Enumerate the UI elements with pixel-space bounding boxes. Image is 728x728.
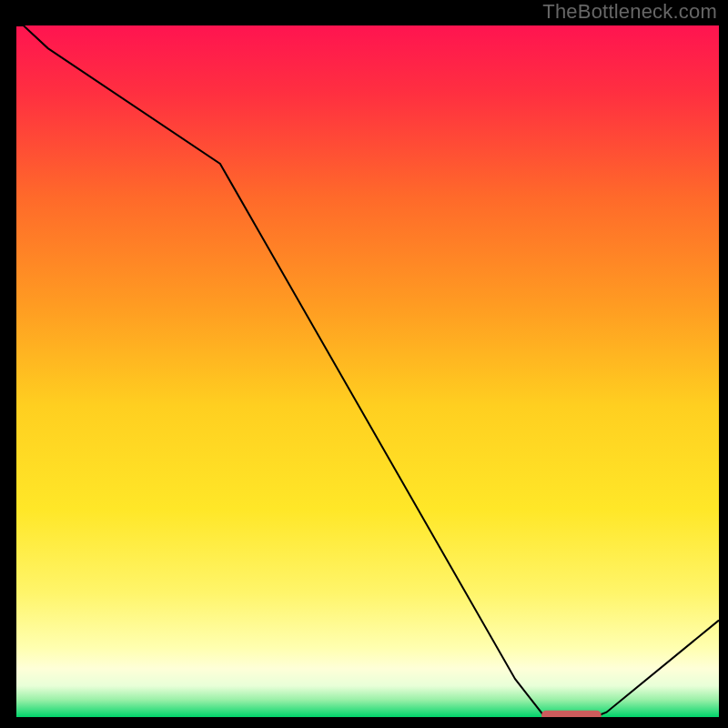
gradient-background xyxy=(16,25,719,717)
bottleneck-curve-chart xyxy=(16,25,719,717)
chart-plot-area xyxy=(16,25,719,717)
watermark-text: TheBottleneck.com xyxy=(542,0,717,24)
optimum-indicator-bar xyxy=(541,711,602,717)
